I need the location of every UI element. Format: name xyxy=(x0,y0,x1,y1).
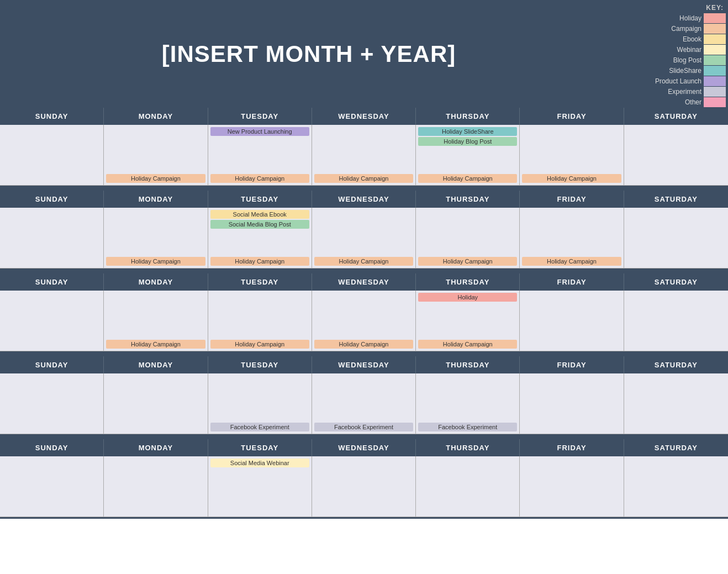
day-cell-0-3: Holiday Campaign xyxy=(312,125,416,186)
day-cell-4-6 xyxy=(624,456,728,517)
bottom-event-badge-1-3: Holiday Campaign xyxy=(314,257,413,266)
day-header-0-0: SUNDAY xyxy=(0,108,104,125)
week-block-4: SUNDAYMONDAYTUESDAYWEDNESDAYTHURSDAYFRID… xyxy=(0,439,728,519)
day-header-0-5: FRIDAY xyxy=(520,108,624,125)
day-cell-3-2: Facebook Experiment xyxy=(208,373,312,434)
key-item-label-webinar: Webinar xyxy=(677,46,701,54)
bottom-event-badge-1-2: Holiday Campaign xyxy=(210,257,309,266)
days-row-3: Facebook ExperimentFacebook ExperimentFa… xyxy=(0,373,728,434)
day-header-4-5: FRIDAY xyxy=(520,439,624,456)
day-header-1-5: FRIDAY xyxy=(520,191,624,208)
days-row-1: Holiday CampaignSocial Media EbookSocial… xyxy=(0,208,728,268)
day-cell-1-0 xyxy=(0,208,104,268)
key-item-label-holiday: Holiday xyxy=(679,14,701,22)
bottom-event-badge-0-5: Holiday Campaign xyxy=(522,174,621,183)
day-cell-1-1: Holiday Campaign xyxy=(104,208,208,268)
calendar-section: SUNDAYMONDAYTUESDAYWEDNESDAYTHURSDAYFRID… xyxy=(0,108,728,519)
header-area: [INSERT MONTH + YEAR] KEY: Holiday Campa… xyxy=(0,0,728,108)
day-header-3-5: FRIDAY xyxy=(520,356,624,373)
bottom-event-badge-1-1: Holiday Campaign xyxy=(106,257,205,266)
days-row-0: Holiday CampaignNew Product LaunchingHol… xyxy=(0,125,728,186)
key-item-label-blogpost: Blog Post xyxy=(673,56,701,64)
day-cell-3-1 xyxy=(104,373,208,434)
day-header-0-3: WEDNESDAY xyxy=(312,108,416,125)
day-cell-4-4 xyxy=(416,456,520,517)
key-color-campaign xyxy=(704,24,726,34)
day-cell-2-2: Holiday Campaign xyxy=(208,291,312,351)
key-title-row: KEY: xyxy=(618,2,728,12)
day-header-1-4: THURSDAY xyxy=(416,191,520,208)
bottom-event-badge-0-3: Holiday Campaign xyxy=(314,174,413,183)
day-cell-4-5 xyxy=(520,456,624,517)
bottom-event-badge-3-2: Facebook Experiment xyxy=(210,423,309,431)
key-color-ebook xyxy=(704,34,726,44)
day-cell-0-6 xyxy=(624,125,728,186)
bottom-event-badge-0-1: Holiday Campaign xyxy=(106,174,205,183)
key-color-productlaunch xyxy=(704,76,726,86)
top-event-badge-1-2-0: Social Media Ebook xyxy=(210,210,309,219)
day-header-4-2: TUESDAY xyxy=(208,439,312,456)
day-cell-4-0 xyxy=(0,456,104,517)
day-header-0-4: THURSDAY xyxy=(416,108,520,125)
day-cell-2-6 xyxy=(624,291,728,351)
top-event-badge-0-2-0: New Product Launching xyxy=(210,127,309,136)
key-title-label: KEY: xyxy=(706,4,724,12)
key-color-slideshare xyxy=(704,66,726,76)
day-cell-4-1 xyxy=(104,456,208,517)
day-headers-3: SUNDAYMONDAYTUESDAYWEDNESDAYTHURSDAYFRID… xyxy=(0,356,728,373)
day-cell-2-4: HolidayHoliday Campaign xyxy=(416,291,520,351)
top-events-0-2: New Product Launching xyxy=(210,127,309,136)
top-event-badge-4-2-0: Social Media Webinar xyxy=(210,459,309,467)
key-color-blogpost xyxy=(704,55,726,65)
bottom-event-badge-2-3: Holiday Campaign xyxy=(314,340,413,349)
week-block-0: SUNDAYMONDAYTUESDAYWEDNESDAYTHURSDAYFRID… xyxy=(0,108,728,187)
bottom-event-badge-1-5: Holiday Campaign xyxy=(522,257,621,266)
key-item-label-other: Other xyxy=(685,98,701,106)
day-header-2-2: TUESDAY xyxy=(208,273,312,291)
key-items-container: Holiday Campaign Ebook Webinar Blog Post… xyxy=(655,13,728,108)
day-cell-3-3: Facebook Experiment xyxy=(312,373,416,434)
day-header-4-6: SATURDAY xyxy=(624,439,728,456)
key-color-webinar xyxy=(704,45,726,55)
bottom-event-badge-3-4: Facebook Experiment xyxy=(418,423,517,431)
key-item-label-ebook: Ebook xyxy=(683,35,701,43)
top-event-badge-0-4-0: Holiday SlideShare xyxy=(418,127,517,136)
main-container: [INSERT MONTH + YEAR] KEY: Holiday Campa… xyxy=(0,0,728,519)
day-cell-0-1: Holiday Campaign xyxy=(104,125,208,186)
day-cell-2-1: Holiday Campaign xyxy=(104,291,208,351)
bottom-event-badge-0-2: Holiday Campaign xyxy=(210,174,309,183)
day-header-3-3: WEDNESDAY xyxy=(312,356,416,373)
day-headers-2: SUNDAYMONDAYTUESDAYWEDNESDAYTHURSDAYFRID… xyxy=(0,273,728,291)
bottom-event-badge-3-3: Facebook Experiment xyxy=(314,423,413,431)
day-header-0-1: MONDAY xyxy=(104,108,208,125)
day-cell-3-6 xyxy=(624,373,728,434)
days-row-4: Social Media Webinar xyxy=(0,456,728,517)
day-header-3-0: SUNDAY xyxy=(0,356,104,373)
day-header-2-3: WEDNESDAY xyxy=(312,273,416,291)
top-events-2-4: Holiday xyxy=(418,293,517,302)
key-item-label-campaign: Campaign xyxy=(671,25,701,33)
key-color-other xyxy=(704,97,726,107)
day-header-1-2: TUESDAY xyxy=(208,191,312,208)
key-item-blogpost: Blog Post xyxy=(655,55,728,65)
day-cell-0-2: New Product LaunchingHoliday Campaign xyxy=(208,125,312,186)
bottom-event-badge-2-1: Holiday Campaign xyxy=(106,340,205,349)
day-header-1-1: MONDAY xyxy=(104,191,208,208)
day-header-2-1: MONDAY xyxy=(104,273,208,291)
day-header-4-1: MONDAY xyxy=(104,439,208,456)
key-item-slideshare: SlideShare xyxy=(655,66,728,76)
day-header-2-0: SUNDAY xyxy=(0,273,104,291)
days-row-2: Holiday CampaignHoliday CampaignHoliday … xyxy=(0,291,728,351)
day-header-4-4: THURSDAY xyxy=(416,439,520,456)
key-item-productlaunch: Product Launch xyxy=(655,76,728,86)
day-cell-0-4: Holiday SlideShareHoliday Blog PostHolid… xyxy=(416,125,520,186)
key-item-label-slideshare: SlideShare xyxy=(669,67,701,75)
bottom-event-badge-1-4: Holiday Campaign xyxy=(418,257,517,266)
day-cell-2-5 xyxy=(520,291,624,351)
top-event-badge-2-4-0: Holiday xyxy=(418,293,517,302)
key-item-ebook: Ebook xyxy=(655,34,728,44)
day-cell-0-0 xyxy=(0,125,104,186)
top-events-4-2: Social Media Webinar xyxy=(210,459,309,467)
day-header-3-1: MONDAY xyxy=(104,356,208,373)
key-item-label-experiment: Experiment xyxy=(668,88,701,96)
